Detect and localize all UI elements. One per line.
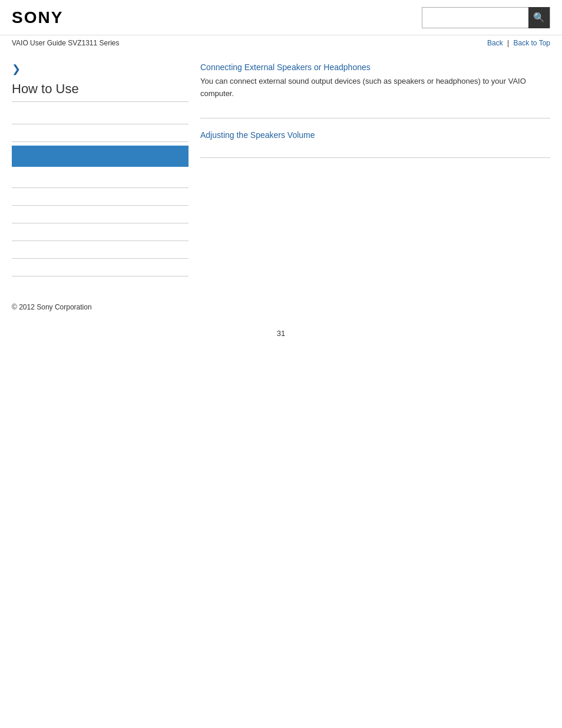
search-input[interactable] [422,8,528,28]
chevron-icon: ❯ [12,62,189,75]
page-header: SONY 🔍 [0,0,562,35]
sidebar-title: How to Use [12,81,189,102]
back-to-top-link[interactable]: Back to Top [514,39,550,47]
copyright-text: © 2012 Sony Corporation [12,303,92,311]
content-divider-2 [200,157,550,158]
sidebar-items-group [12,107,189,276]
back-link[interactable]: Back [487,39,503,47]
sony-logo: SONY [12,8,63,27]
sidebar-item[interactable] [12,170,189,188]
search-icon: 🔍 [533,12,545,23]
main-content: ❯ How to Use Connecting External Speaker… [0,51,562,291]
sidebar-item-active[interactable] [12,146,189,167]
sidebar: ❯ How to Use [12,57,200,279]
sidebar-item[interactable] [12,206,189,223]
page-number: 31 [0,317,562,350]
adjust-volume-link[interactable]: Adjusting the Speakers Volume [200,130,315,140]
nav-separator: | [507,39,511,47]
content-area: Connecting External Speakers or Headphon… [200,57,550,279]
connect-speakers-link[interactable]: Connecting External Speakers or Headphon… [200,62,371,72]
footer: © 2012 Sony Corporation [0,291,562,317]
sidebar-item[interactable] [12,124,189,142]
search-box: 🔍 [422,7,550,28]
nav-links: Back | Back to Top [487,39,550,47]
connect-speakers-desc: You can connect external sound output de… [200,75,550,100]
sidebar-item[interactable] [12,188,189,206]
nav-bar: VAIO User Guide SVZ1311 Series Back | Ba… [0,35,562,51]
sidebar-item[interactable] [12,241,189,259]
section-connect-speakers: Connecting External Speakers or Headphon… [200,62,550,100]
content-divider [200,118,550,118]
guide-title: VAIO User Guide SVZ1311 Series [12,39,120,47]
sidebar-item[interactable] [12,107,189,124]
sidebar-item[interactable] [12,223,189,241]
section-adjust-volume: Adjusting the Speakers Volume [200,130,550,140]
sidebar-item[interactable] [12,259,189,276]
search-button[interactable]: 🔍 [528,7,550,28]
